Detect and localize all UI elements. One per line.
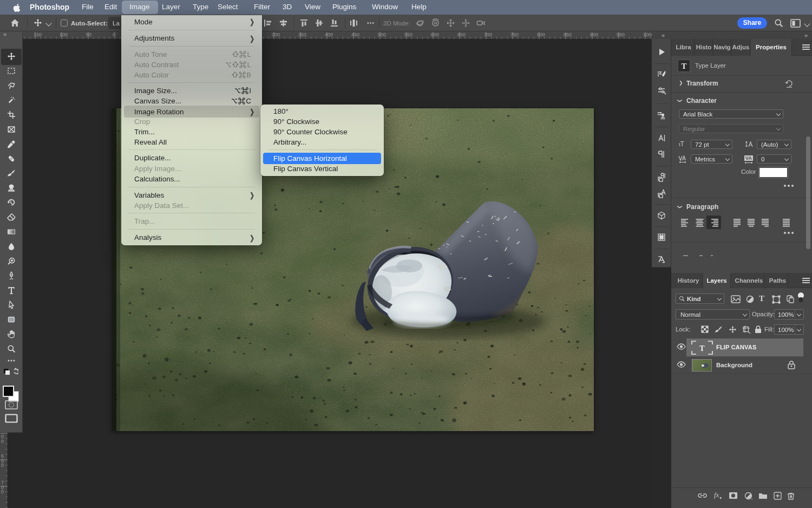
svg-text:T: T [699, 344, 705, 353]
svg-text:VA: VA [745, 155, 752, 161]
